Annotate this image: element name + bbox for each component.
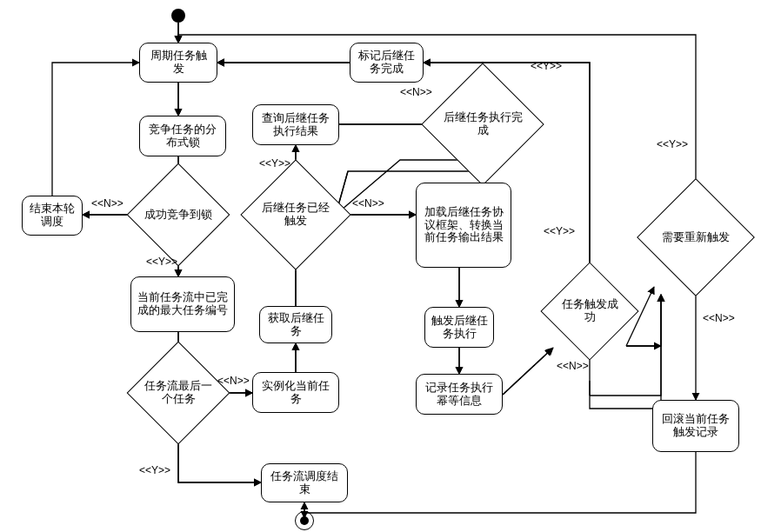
node-label: 结束本轮调度: [28, 203, 77, 229]
node-flow-end: 任务流调度结束: [261, 463, 348, 502]
branch-label: <<N>>: [217, 376, 250, 388]
node-query-successor-result: 查询后继任务执行结果: [252, 104, 339, 145]
branch-label: <<Y>>: [531, 61, 562, 73]
node-label: 成功竞争到锁: [144, 209, 212, 222]
node-label: 查询后继任务执行结果: [258, 112, 333, 138]
branch-label: <<N>>: [400, 87, 432, 99]
node-get-successor: 获取后继任务: [259, 306, 332, 343]
node-label: 回滚当前任务触发记录: [658, 413, 733, 439]
node-label: 周期任务触发: [145, 50, 211, 76]
branch-label: <<N>>: [352, 198, 384, 210]
node-max-done-no: 当前任务流中已完成的最大任务编号: [130, 276, 235, 332]
node-record-idempotent: 记录任务执行幂等信息: [416, 374, 503, 415]
node-label: 需要重新触发: [662, 231, 730, 244]
branch-label: <<Y>>: [146, 256, 177, 269]
node-periodic-trigger: 周期任务触发: [139, 43, 217, 83]
node-label: 获取后继任务: [265, 312, 326, 338]
node-label: 当前任务流中已完成的最大任务编号: [137, 291, 229, 317]
branch-label: <<Y>>: [259, 158, 290, 170]
node-label: 加载后继任务协议框架、转换当前任务输出结果: [422, 206, 505, 245]
decision-successor-triggered: 后继任务已经触发: [257, 176, 335, 254]
node-label: 任务流最后一个任务: [144, 380, 213, 406]
decision-got-lock: 成功竞争到锁: [142, 178, 215, 251]
branch-label: <<Y>>: [544, 226, 575, 238]
decision-successor-done: 后继任务执行完成: [439, 81, 526, 168]
branch-label: <<N>>: [703, 313, 735, 325]
node-label: 任务流调度结束: [267, 470, 342, 496]
node-label: 后继任务执行完成: [441, 111, 524, 137]
node-label: 后继任务已经触发: [258, 202, 333, 228]
final-node: [295, 511, 314, 530]
initial-node: [171, 9, 185, 23]
branch-label: <<Y>>: [139, 465, 170, 477]
node-label: 任务触发成功: [557, 298, 623, 324]
node-label: 标记后继任务完成: [356, 50, 417, 76]
node-instantiate: 实例化当前任务: [252, 372, 339, 413]
branch-label: <<N>>: [557, 361, 589, 373]
flowchart-canvas: 周期任务触发 竞争任务的分布式锁 成功竞争到锁 结束本轮调度 当前任务流中已完成…: [0, 0, 761, 532]
node-rollback-record: 回滚当前任务触发记录: [652, 400, 739, 452]
node-load-protocol: 加载后继任务协议框架、转换当前任务输出结果: [416, 183, 511, 268]
node-label: 触发后继任务执行: [431, 315, 488, 341]
decision-last-task: 任务流最后一个任务: [142, 356, 215, 429]
decision-trigger-success: 任务触发成功: [555, 276, 624, 346]
branch-label: <<Y>>: [657, 139, 688, 151]
node-mark-successor-done: 标记后继任务完成: [350, 43, 424, 83]
node-label: 实例化当前任务: [258, 380, 333, 406]
node-label: 记录任务执行幂等信息: [422, 382, 497, 408]
branch-label: <<N>>: [91, 198, 123, 210]
node-end-round: 结束本轮调度: [22, 196, 83, 236]
node-label: 竞争任务的分布式锁: [145, 123, 220, 150]
node-trigger-successor: 触发后继任务执行: [424, 307, 494, 348]
decision-need-retrigger: 需要重新触发: [654, 196, 738, 279]
node-compete-lock: 竞争任务的分布式锁: [139, 116, 226, 156]
